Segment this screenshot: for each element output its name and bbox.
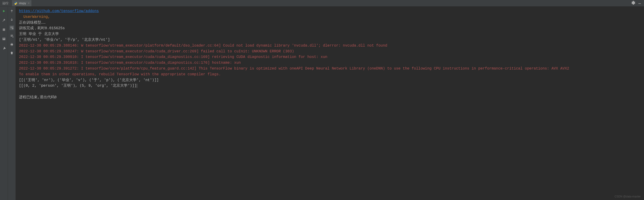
console-line: 2022-12-30 00:05:29.388146: W tensorflow… <box>19 43 641 49</box>
console-line: UserWarning, <box>19 14 641 20</box>
minimize-icon[interactable] <box>638 1 641 5</box>
svg-rect-7 <box>11 45 12 46</box>
rerun-icon[interactable] <box>2 9 6 14</box>
run-tab[interactable]: stupy × <box>12 0 32 6</box>
text-cursor <box>137 84 137 88</box>
python-file-icon <box>14 2 18 5</box>
console-line: 2022-12-30 00:05:29.391272: I tensorflow… <box>19 66 641 72</box>
console-output[interactable]: https://github.com/tensorflow/addons Use… <box>16 7 644 200</box>
watermark: CSDN @data-master <box>614 195 641 198</box>
wrench-icon[interactable] <box>2 18 6 23</box>
console-line: 进程已结束,退出代码0 <box>19 94 641 100</box>
svg-rect-6 <box>11 43 12 44</box>
console-line <box>19 89 641 94</box>
console-line: [[(0, 2, 'person', '王明'), (5, 9, 'org', … <box>19 83 641 89</box>
close-tab-icon[interactable]: × <box>28 2 30 5</box>
svg-rect-4 <box>2 39 5 40</box>
console-line: https://github.com/tensorflow/addons <box>19 8 641 14</box>
console-line: [[('王明', 'nr'), ('毕业', 'v'), ('于', 'p'),… <box>19 77 641 83</box>
down-arrow-icon[interactable] <box>10 17 14 22</box>
up-arrow-icon[interactable] <box>10 9 14 14</box>
console-line: 王明 毕业 于 北京大学 <box>19 31 641 37</box>
console-line: ['王明/nt', '毕业/v', '于/p', '北京大学/nt'] <box>19 37 641 43</box>
soft-wrap-icon[interactable] <box>10 26 14 30</box>
run-tool-header: 运行: stupy × <box>0 0 644 7</box>
url-link[interactable]: https://github.com/tensorflow/addons <box>19 9 99 13</box>
stop-icon[interactable] <box>2 27 6 32</box>
main-area: https://github.com/tensorflow/addons Use… <box>0 7 644 200</box>
console-line: 2022-12-30 00:05:29.391018: I tensorflow… <box>19 60 641 66</box>
scroll-to-end-icon[interactable] <box>10 34 14 38</box>
gear-icon[interactable] <box>632 1 635 5</box>
console-line: 正在训练模型…… <box>19 20 641 26</box>
console-line: 2022-12-30 00:05:29.390910: I tensorflow… <box>19 54 641 60</box>
header-right-controls <box>632 1 641 5</box>
left-gutter-secondary <box>8 7 16 200</box>
run-label: 运行: <box>2 1 9 5</box>
svg-rect-1 <box>3 29 5 31</box>
run-tab-label: stupy <box>19 2 26 5</box>
print-icon[interactable] <box>10 42 14 47</box>
console-line: 2022-12-30 00:05:29.388247: W tensorflow… <box>19 49 641 54</box>
svg-rect-3 <box>4 38 5 39</box>
svg-rect-2 <box>2 38 4 39</box>
console-line: To enable them in other operations, rebu… <box>19 72 641 77</box>
left-gutter-primary <box>0 7 8 200</box>
trash-icon[interactable] <box>10 51 14 55</box>
console-line: 训练完成，耗时0.015625s <box>19 26 641 31</box>
layout-icon[interactable] <box>2 37 6 41</box>
pin-icon[interactable] <box>2 46 6 51</box>
svg-rect-0 <box>638 4 641 4</box>
